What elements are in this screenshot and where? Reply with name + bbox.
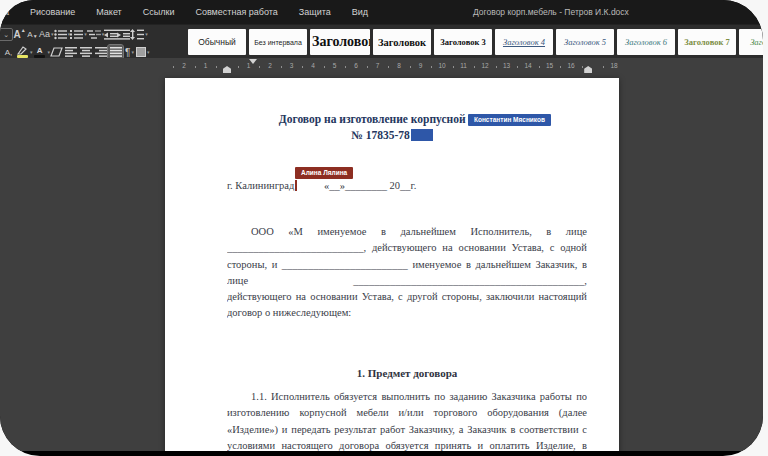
left-indent-marker[interactable]: [223, 66, 231, 73]
numbered-list-icon: [70, 29, 83, 40]
increase-indent-button[interactable]: [117, 27, 130, 41]
align-left-button[interactable]: [63, 45, 78, 59]
style-preset-6[interactable]: Заголовок 5: [556, 29, 614, 55]
first-line-indent-marker[interactable]: [249, 59, 257, 64]
ruler-tick: [302, 66, 303, 68]
collaborator-caret-konstantin: [411, 129, 433, 141]
menu-items: вкаРисованиеМакетСсылкиСовместная работа…: [9, 0, 368, 24]
collaborator-caret-alina: [295, 180, 297, 191]
numbered-list-button[interactable]: [70, 27, 87, 41]
ruler-tick: [238, 66, 239, 68]
clause-paragraph: 1.1. Исполнитель обязуется выполнить по …: [227, 389, 587, 451]
ruler-number: 14: [524, 62, 531, 70]
paragraph-line: стороны, и ________________________ имен…: [227, 257, 587, 273]
formatting-toolbar: А▲ А▼ Аа: [0, 24, 763, 58]
style-preset-8[interactable]: Заголовок 7: [678, 29, 736, 55]
ruler-tick: [216, 66, 217, 68]
line-spacing-button[interactable]: [130, 27, 148, 41]
font-size-select[interactable]: [0, 28, 13, 41]
align-right-button[interactable]: [93, 45, 108, 59]
paragraph-line: договор о нижеследующем:: [227, 305, 587, 321]
style-preset-label: Заголовок: [750, 37, 763, 47]
ruler-number: 4: [311, 62, 315, 70]
align-justify-icon: [110, 47, 122, 57]
multilevel-list-button[interactable]: [87, 27, 105, 41]
ruler-tick: [173, 66, 174, 68]
document-page[interactable]: Договор на изготовление корпусной мебели…: [165, 78, 619, 451]
bullet-list-button[interactable]: [54, 27, 71, 41]
menu-item-0[interactable]: вка: [0, 7, 9, 17]
clear-style-button[interactable]: [50, 45, 63, 59]
shading-button[interactable]: [136, 45, 150, 59]
ruler-number: 10: [438, 62, 445, 70]
align-center-button[interactable]: [78, 45, 93, 59]
style-preset-9[interactable]: Заголовок: [739, 29, 763, 55]
style-preset-2[interactable]: Заголовок: [310, 29, 370, 55]
style-preset-3[interactable]: Заголовок: [373, 29, 431, 55]
paragraph-line: изготовлению корпусной мебели и/или торг…: [227, 405, 587, 421]
ruler-number: 16: [567, 62, 574, 70]
collaborator-label-alina: Алина Лялина: [295, 167, 353, 179]
style-preset-label: Заголовок: [312, 34, 370, 50]
ruler-tick: [281, 66, 282, 68]
contract-title-line2: № 17835-78: [212, 127, 572, 143]
ruler-number: 1: [204, 62, 208, 70]
ruler-number: 9: [419, 62, 423, 70]
city-date-line: г. Калининград «__»________ 20__г.: [227, 180, 416, 191]
style-preset-0[interactable]: Обычный: [188, 29, 246, 55]
ruler-number: 12: [481, 62, 488, 70]
menu-item-2[interactable]: Макет: [96, 7, 121, 17]
style-preset-7[interactable]: Заголовок 6: [617, 29, 675, 55]
style-preset-label: Заголовок 3: [440, 37, 485, 47]
style-preset-5[interactable]: Заголовок 4: [495, 29, 553, 55]
style-preset-label: Заголовок 7: [684, 37, 729, 47]
ruler-tick: [496, 66, 497, 68]
style-preset-1[interactable]: Без интервала: [249, 29, 307, 55]
align-center-icon: [80, 47, 92, 57]
subscript-button[interactable]: A,: [2, 45, 15, 59]
style-preset-label: Заголовок 6: [625, 37, 667, 47]
ruler-number: 7: [376, 62, 380, 70]
shrink-font-button[interactable]: А▼: [26, 27, 39, 41]
font-color-icon: А: [33, 45, 47, 59]
eraser-icon: [50, 47, 63, 57]
collaborator-label-konstantin: Константин Мясников: [468, 114, 551, 126]
ruler-tick: [560, 66, 561, 68]
paragraph-line: действующего на основании Устава, с друг…: [227, 289, 587, 305]
shading-icon: [136, 47, 146, 57]
ruler-tick: [195, 66, 196, 68]
ruler-number: 11: [460, 62, 467, 70]
font-color-button[interactable]: А: [33, 45, 51, 59]
menu-item-3[interactable]: Ссылки: [143, 7, 175, 17]
ruler-number: 2: [182, 62, 186, 70]
decrease-indent-button[interactable]: [104, 27, 117, 41]
highlighter-icon: [15, 45, 29, 59]
horizontal-ruler[interactable]: 211234567891011121314151618: [0, 58, 763, 74]
menu-item-4[interactable]: Совместная работа: [195, 7, 277, 17]
ruler-number: 8: [397, 62, 401, 70]
style-preset-4[interactable]: Заголовок 3: [434, 29, 492, 55]
ruler-number: 6: [354, 62, 358, 70]
ruler-number: 3: [290, 62, 294, 70]
styles-gallery: ОбычныйБез интервалаЗаголовокЗаголовокЗа…: [188, 29, 763, 55]
grow-font-button[interactable]: А▲: [13, 27, 26, 41]
change-case-button[interactable]: Аа: [39, 27, 54, 41]
ruler-tick: [603, 66, 604, 68]
menu-item-5[interactable]: Защита: [299, 7, 331, 17]
right-indent-marker[interactable]: [584, 66, 592, 73]
highlight-color-button[interactable]: [15, 45, 33, 59]
menu-item-6[interactable]: Вид: [352, 7, 368, 17]
ruler-tick: [259, 66, 260, 68]
ruler-tick: [474, 66, 475, 68]
ruler-tick: [582, 66, 583, 68]
paragraph-line: лице ___________________________________…: [227, 273, 587, 289]
align-justify-button[interactable]: [108, 45, 123, 59]
app-window: вкаРисованиеМакетСсылкиСовместная работа…: [0, 0, 763, 456]
ruler-number: 13: [503, 62, 510, 70]
ruler-number: 2: [268, 62, 272, 70]
menu-item-1[interactable]: Рисование: [30, 7, 75, 17]
bullet-list-icon: [54, 29, 67, 40]
nonprinting-chars-button[interactable]: ¶: [123, 45, 136, 59]
align-right-icon: [95, 47, 107, 57]
style-preset-label: Заголовок 4: [503, 37, 545, 47]
